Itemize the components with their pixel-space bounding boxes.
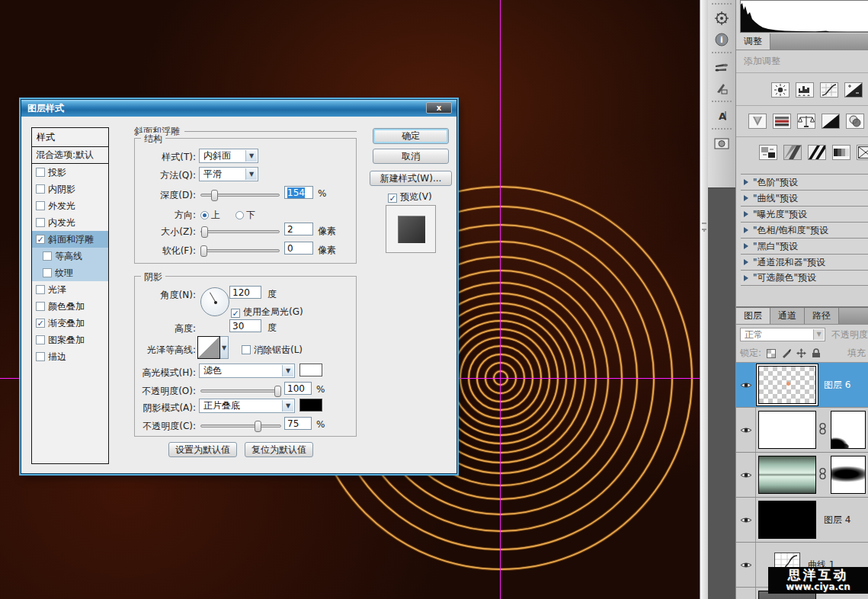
direction-down-radio[interactable] bbox=[235, 211, 244, 219]
preset-group-row[interactable]: "可选颜色"预设 bbox=[741, 270, 868, 286]
visibility-eye-icon[interactable] bbox=[736, 498, 756, 542]
visibility-eye-icon[interactable] bbox=[736, 408, 756, 452]
style-item[interactable]: 内发光 bbox=[32, 214, 108, 231]
layer-mask-thumbnail[interactable] bbox=[831, 456, 866, 494]
checkbox[interactable] bbox=[36, 352, 45, 361]
shadow-opacity-slider[interactable] bbox=[200, 424, 281, 428]
anti-alias-checkbox[interactable] bbox=[242, 345, 251, 354]
character-panel-icon[interactable]: A bbox=[708, 105, 735, 127]
new-style-button[interactable]: 新建样式(W)... bbox=[370, 171, 452, 186]
set-default-button[interactable]: 设置为默认值 bbox=[168, 442, 237, 457]
tab-layers[interactable]: 图层 bbox=[736, 308, 770, 324]
black-white-icon[interactable] bbox=[822, 114, 840, 129]
style-item[interactable]: 内阴影 bbox=[32, 181, 108, 197]
brushes-panel-icon[interactable] bbox=[708, 56, 735, 78]
shadow-opacity-input[interactable]: 75 bbox=[284, 417, 312, 430]
preview-checkbox[interactable]: ✓ bbox=[388, 194, 397, 203]
style-item[interactable]: 描边 bbox=[32, 348, 108, 365]
style-item[interactable]: ✓渐变叠加 bbox=[32, 315, 108, 332]
layer-mask-thumbnail[interactable] bbox=[831, 411, 866, 449]
style-item[interactable]: 混合选项:默认 bbox=[32, 147, 108, 164]
size-slider[interactable] bbox=[200, 230, 280, 233]
close-icon[interactable]: x bbox=[426, 102, 452, 114]
highlight-opacity-slider[interactable] bbox=[200, 389, 281, 392]
info-panel-icon[interactable]: i bbox=[708, 29, 735, 50]
size-input[interactable]: 2 bbox=[284, 223, 313, 235]
lock-image-icon[interactable] bbox=[781, 348, 791, 358]
checkbox[interactable] bbox=[36, 335, 45, 344]
use-global-light-checkbox[interactable]: ✓ bbox=[231, 309, 240, 318]
gloss-contour-picker[interactable] bbox=[197, 336, 220, 359]
direction-up-radio[interactable] bbox=[200, 211, 209, 219]
checkbox[interactable] bbox=[43, 251, 52, 261]
dock-group-grip[interactable] bbox=[712, 128, 732, 131]
ok-button[interactable]: 确定 bbox=[373, 128, 449, 144]
layer-row[interactable]: 图层 6 bbox=[736, 363, 868, 408]
preset-group-row[interactable]: "曲线"预设 bbox=[741, 190, 868, 206]
layer-name[interactable]: 图层 6 bbox=[824, 379, 850, 392]
photo-filter-icon[interactable] bbox=[846, 114, 864, 129]
guide-vertical[interactable] bbox=[500, 0, 501, 599]
checkbox[interactable] bbox=[36, 302, 45, 311]
visibility-eye-icon[interactable] bbox=[736, 363, 756, 407]
layer-row[interactable]: 图层 4 bbox=[736, 498, 868, 543]
disclosure-triangle-icon[interactable] bbox=[744, 195, 748, 201]
style-item[interactable]: 投影 bbox=[32, 164, 108, 181]
chevron-down-icon[interactable]: ▼ bbox=[220, 336, 229, 359]
posterize-icon[interactable] bbox=[783, 145, 802, 160]
navigator-panel-icon[interactable] bbox=[708, 8, 735, 29]
chevron-down-icon[interactable]: ▼ bbox=[282, 365, 293, 376]
disclosure-triangle-icon[interactable] bbox=[744, 227, 748, 233]
hue-saturation-icon[interactable] bbox=[773, 114, 791, 129]
divider-grip[interactable] bbox=[702, 223, 706, 230]
layer-name[interactable]: 图层 4 bbox=[824, 514, 850, 527]
highlight-color-swatch[interactable] bbox=[299, 364, 322, 376]
layer-thumbnail[interactable] bbox=[758, 501, 816, 539]
checkbox[interactable] bbox=[36, 168, 45, 177]
chevron-down-icon[interactable]: ▼ bbox=[245, 168, 257, 180]
tab-paths[interactable]: 路径 bbox=[805, 308, 839, 324]
technique-dropdown[interactable]: 平滑▼ bbox=[199, 167, 258, 181]
soften-slider[interactable] bbox=[200, 249, 280, 252]
preset-group-row[interactable]: "色阶"预设 bbox=[741, 174, 868, 190]
lock-transparency-icon[interactable] bbox=[767, 349, 776, 358]
disclosure-triangle-icon[interactable] bbox=[744, 275, 748, 281]
style-item[interactable]: 图案叠加 bbox=[32, 332, 108, 348]
preset-group-row[interactable]: "色相/饱和度"预设 bbox=[741, 222, 868, 238]
layer-row[interactable] bbox=[736, 453, 868, 498]
checkbox[interactable] bbox=[43, 268, 52, 277]
chevron-down-icon[interactable]: ▼ bbox=[245, 150, 257, 162]
checkbox[interactable]: ✓ bbox=[36, 235, 45, 244]
style-item[interactable]: 外发光 bbox=[32, 197, 108, 214]
threshold-icon[interactable] bbox=[808, 145, 826, 160]
tab-channels[interactable]: 通道 bbox=[770, 308, 805, 324]
highlight-mode-dropdown[interactable]: 滤色▼ bbox=[199, 364, 295, 378]
shadow-mode-dropdown[interactable]: 正片叠底▼ bbox=[199, 399, 295, 413]
visibility-eye-icon[interactable] bbox=[736, 588, 756, 599]
selective-color-icon[interactable] bbox=[857, 145, 868, 160]
disclosure-triangle-icon[interactable] bbox=[744, 179, 748, 185]
checkbox[interactable] bbox=[36, 218, 45, 227]
style-item[interactable]: 光泽 bbox=[32, 281, 108, 298]
tool-presets-panel-icon[interactable] bbox=[708, 78, 735, 99]
masks-panel-icon[interactable] bbox=[708, 133, 735, 154]
layer-row[interactable] bbox=[736, 408, 868, 453]
bevel-style-dropdown[interactable]: 内斜面▼ bbox=[199, 149, 258, 163]
style-item[interactable]: 等高线 bbox=[32, 248, 108, 264]
style-item[interactable]: 纹理 bbox=[32, 264, 108, 281]
disclosure-triangle-icon[interactable] bbox=[744, 243, 748, 249]
layer-thumbnail[interactable] bbox=[758, 366, 816, 404]
depth-slider[interactable] bbox=[200, 194, 280, 197]
exposure-icon[interactable] bbox=[844, 82, 863, 98]
soften-input[interactable]: 0 bbox=[284, 242, 313, 255]
dock-group-grip[interactable] bbox=[712, 3, 732, 6]
visibility-eye-icon[interactable] bbox=[736, 543, 756, 587]
disclosure-triangle-icon[interactable] bbox=[744, 211, 748, 217]
vibrance-icon[interactable] bbox=[748, 114, 767, 129]
panel-divider[interactable] bbox=[700, 0, 708, 599]
shadow-color-swatch[interactable] bbox=[299, 399, 322, 412]
altitude-input[interactable]: 30 bbox=[229, 319, 261, 332]
dialog-titlebar[interactable]: 图层样式 x bbox=[21, 100, 456, 117]
layer-thumbnail[interactable] bbox=[758, 411, 816, 449]
angle-dial[interactable] bbox=[200, 287, 229, 316]
